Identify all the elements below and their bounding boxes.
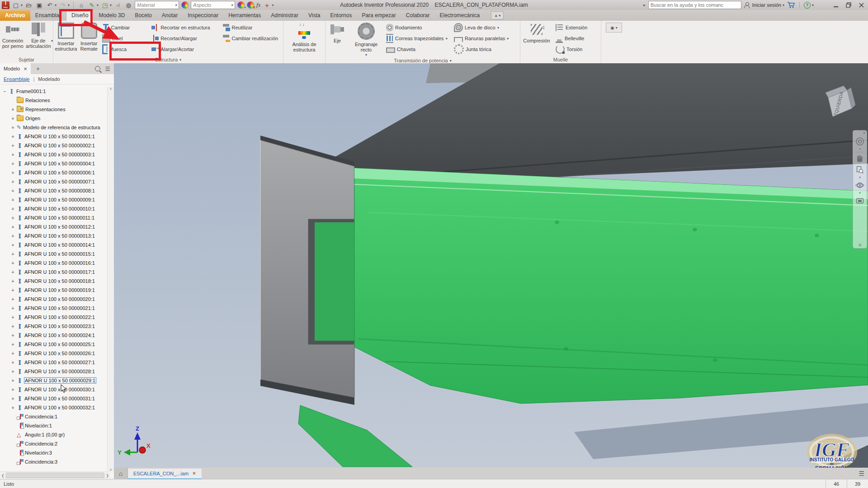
- tree-folder-relaciones[interactable]: Relaciones: [0, 96, 108, 105]
- chevron-down-icon[interactable]: ▾: [272, 3, 274, 7]
- correas-trapezoidales-button[interactable]: Correas trapezoidales ▾: [383, 33, 451, 44]
- tree-component-node[interactable]: + I AFNOR U 100 x 50 00000013:1: [0, 231, 108, 240]
- tree-component-node[interactable]: + I AFNOR U 100 x 50 00000022:1: [0, 313, 108, 322]
- tree-component-node[interactable]: + I AFNOR U 100 x 50 00000032:1: [0, 403, 108, 412]
- tree-component-node[interactable]: + I AFNOR U 100 x 50 00000019:1: [0, 286, 108, 295]
- alargar-acortar-button[interactable]: Alargar/Acortar: [149, 44, 220, 55]
- minimize-button[interactable]: [831, 1, 841, 9]
- close-icon[interactable]: ✕: [192, 471, 196, 476]
- document-tabs-menu-icon[interactable]: ☰: [859, 470, 864, 477]
- close-button[interactable]: [856, 1, 866, 9]
- expand-icon[interactable]: +: [11, 388, 15, 392]
- cambiar-reutilizacion-button[interactable]: Cambiar reutilización: [220, 33, 283, 44]
- store-cart-icon[interactable]: [787, 2, 795, 8]
- tree-constraint-node[interactable]: Nivelación:3: [0, 448, 108, 457]
- tree-component-node[interactable]: + I AFNOR U 100 x 50 00000014:1: [0, 240, 108, 249]
- recortar-en-estructura-button[interactable]: Recortar en estructura: [149, 22, 220, 33]
- leva-de-disco-button[interactable]: Leva de disco ▾: [451, 22, 519, 33]
- expand-icon[interactable]: +: [11, 288, 15, 292]
- expand-icon[interactable]: +: [11, 153, 15, 157]
- expand-icon[interactable]: +: [11, 198, 15, 202]
- tree-constraint-node[interactable]: Coincidencia:1: [0, 412, 108, 421]
- clear-appearance-icon[interactable]: [247, 1, 254, 9]
- search-input[interactable]: [648, 1, 741, 9]
- add-icon[interactable]: ＋: [263, 1, 271, 9]
- selected-beam-green[interactable]: [354, 168, 868, 404]
- tree-node-modelo-referencia[interactable]: + ✎ Modelo de referencia de estructura: [0, 123, 108, 132]
- tab-diseno[interactable]: Diseño: [66, 10, 94, 21]
- tree-component-node[interactable]: + I AFNOR U 100 x 50 00000011:1: [0, 213, 108, 222]
- tab-vista[interactable]: Vista: [303, 10, 325, 21]
- chevron-down-icon[interactable]: ▾: [68, 3, 70, 7]
- chevron-down-icon[interactable]: ▾: [783, 3, 784, 7]
- scroll-left-icon[interactable]: ❮: [1, 474, 5, 478]
- tab-inspeccionar[interactable]: Inspeccionar: [183, 10, 223, 21]
- tree-component-node[interactable]: + I AFNOR U 100 x 50 00000026:1: [0, 349, 108, 358]
- view-ensamblaje-link[interactable]: Ensamblaje: [4, 76, 29, 82]
- tree-component-node[interactable]: + I AFNOR U 100 x 50 00000007:1: [0, 177, 108, 186]
- expand-icon[interactable]: +: [11, 406, 15, 410]
- tab-electromecanica[interactable]: Electromecánica: [435, 10, 485, 21]
- junta-torica-button[interactable]: Junta tórica: [451, 44, 519, 55]
- tree-component-node[interactable]: + I AFNOR U 100 x 50 00000015:1: [0, 249, 108, 258]
- graphics-viewport[interactable]: IZQUIERDA Z Y X IGF INSTITUTO GALEGO de …: [114, 63, 868, 468]
- view-modelado-link[interactable]: Modelado: [38, 76, 60, 82]
- tab-anotar[interactable]: Anotar: [157, 10, 183, 21]
- navbar-options-icon[interactable]: ⊖: [858, 243, 862, 247]
- chevron-down-icon[interactable]: ▾: [812, 3, 814, 7]
- new-file-icon[interactable]: ▢: [12, 1, 20, 9]
- expand-icon[interactable]: +: [11, 306, 15, 310]
- analisis-de-estructura-button[interactable]: Análisis de estructura: [286, 21, 322, 52]
- chevron-down-icon[interactable]: ▾: [55, 3, 57, 7]
- chevron-down-icon[interactable]: ▾: [97, 3, 99, 7]
- muesca-button[interactable]: Muesca: [99, 44, 149, 55]
- panel-options-dropdown[interactable]: ◉ ▾: [606, 23, 622, 33]
- expand-icon[interactable]: +: [11, 216, 15, 220]
- expand-icon[interactable]: +: [11, 135, 15, 139]
- tree-component-node[interactable]: + I AFNOR U 100 x 50 00000017:1: [0, 267, 108, 277]
- expand-icon[interactable]: +: [11, 144, 15, 148]
- chaveta-button[interactable]: Chaveta: [383, 44, 451, 55]
- collapse-icon[interactable]: −: [3, 89, 7, 94]
- tab-boceto[interactable]: Boceto: [130, 10, 156, 21]
- tab-archivo[interactable]: Archivo: [0, 10, 30, 21]
- collapse-search-icon[interactable]: ▸: [643, 3, 646, 7]
- tree-component-node[interactable]: + I AFNOR U 100 x 50 00000003:1: [0, 150, 108, 159]
- tree-component-node[interactable]: + I AFNOR U 100 x 50 00000018:1: [0, 277, 108, 286]
- rodamiento-button[interactable]: Rodamiento: [383, 22, 451, 33]
- chevron-down-icon[interactable]: ▾: [110, 3, 112, 7]
- home-icon[interactable]: ⌂: [114, 468, 128, 479]
- tree-component-node[interactable]: + I AFNOR U 100 x 50 00000030:1: [0, 385, 108, 394]
- tree-component-node[interactable]: + I AFNOR U 100 x 50 00000027:1: [0, 358, 108, 367]
- chevron-down-icon[interactable]: ▾: [859, 148, 861, 150]
- ranuras-paralelas-button[interactable]: Ranuras paralelas ▾: [451, 33, 519, 44]
- color-wheel-icon[interactable]: [181, 1, 189, 9]
- undo-icon[interactable]: ↶: [46, 1, 54, 9]
- belleville-button[interactable]: Belleville: [553, 33, 598, 44]
- component-select-icon[interactable]: ◳: [101, 1, 109, 9]
- inventor-logo-icon[interactable]: IPRO: [2, 1, 9, 9]
- parameters-fx-icon[interactable]: fx: [256, 1, 260, 9]
- chevron-down-icon[interactable]: ▾: [859, 176, 861, 179]
- expand-icon[interactable]: +: [11, 279, 15, 283]
- extension-button[interactable]: Extensión: [553, 22, 598, 33]
- look-at-icon[interactable]: [855, 196, 865, 206]
- tree-constraint-node[interactable]: △ Ángulo:1 (0,00 gr): [0, 430, 108, 439]
- tree-constraint-node[interactable]: Nivelación:1: [0, 421, 108, 430]
- tab-colaborar[interactable]: Colaborar: [401, 10, 435, 21]
- tree-component-node[interactable]: + I AFNOR U 100 x 50 00000028:1: [0, 367, 108, 376]
- panel-label-transmision[interactable]: Transmisión de potencia▾: [326, 58, 520, 63]
- save-icon[interactable]: ▣: [35, 1, 43, 9]
- expand-icon[interactable]: +: [11, 189, 15, 193]
- tree-component-node[interactable]: + I AFNOR U 100 x 50 00000016:1: [0, 258, 108, 267]
- tab-ensamblar[interactable]: Ensamblar: [30, 10, 66, 21]
- expand-icon[interactable]: +: [11, 225, 15, 229]
- steering-wheel-icon[interactable]: [855, 136, 865, 146]
- compresion-button[interactable]: Compresión: [520, 21, 553, 43]
- panel-label-estructura[interactable]: Estructura▾: [53, 56, 283, 63]
- expand-icon[interactable]: +: [11, 162, 15, 166]
- tab-herramientas[interactable]: Herramientas: [223, 10, 266, 21]
- document-tab-active[interactable]: ESCALERA_CON_...iam ✕: [128, 469, 202, 480]
- tree-component-node[interactable]: + I AFNOR U 100 x 50 00000001:1: [0, 132, 108, 141]
- tree-component-node[interactable]: + I AFNOR U 100 x 50 00000012:1: [0, 222, 108, 231]
